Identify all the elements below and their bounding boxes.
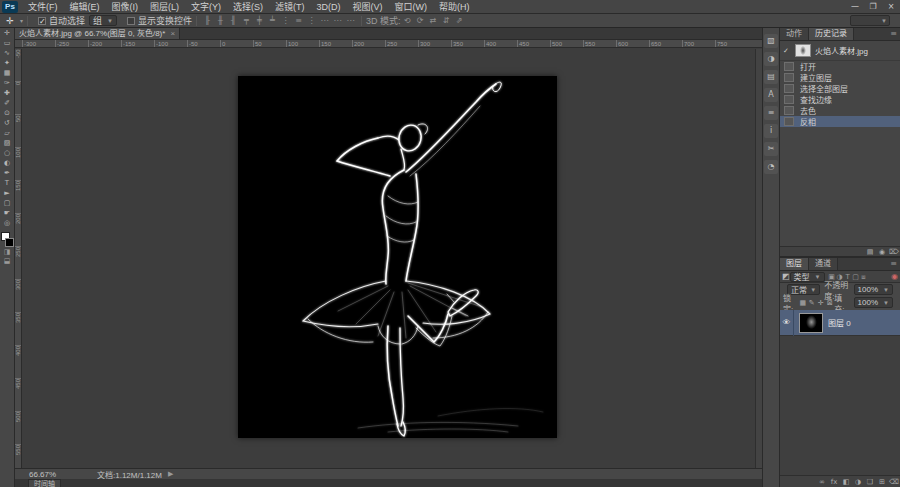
distribute-bottom-icon[interactable]: ⋮: [305, 15, 318, 27]
history-state[interactable]: 查找边缘: [780, 94, 900, 105]
vertical-scrollbar[interactable]: [755, 49, 762, 468]
opacity-field[interactable]: 100% ▼: [854, 284, 893, 295]
lock-all-icon[interactable]: ⊠: [825, 299, 834, 307]
snapshot-thumbnail[interactable]: [795, 44, 811, 57]
quick-mask-button[interactable]: ◨: [1, 248, 14, 257]
menu-item[interactable]: 滤镜(T): [269, 0, 311, 14]
menu-item[interactable]: 编辑(E): [64, 0, 106, 14]
canvas[interactable]: [238, 76, 557, 438]
lock-pixels-icon[interactable]: ✎: [807, 299, 816, 307]
3d-scale-icon[interactable]: ⇗: [453, 15, 466, 27]
gradient-tool[interactable]: ▨: [1, 138, 14, 148]
align-right-edges-icon[interactable]: ╢: [227, 15, 240, 27]
color-panel-icon[interactable]: ▧: [764, 34, 778, 48]
new-snapshot-icon[interactable]: ◉: [876, 247, 888, 256]
history-state[interactable]: 选择全部图层: [780, 83, 900, 94]
healing-brush-tool[interactable]: ✚: [1, 88, 14, 98]
fill-field[interactable]: 100% ▼: [854, 297, 893, 308]
quick-selection-tool[interactable]: ✦: [1, 58, 14, 68]
info-panel-icon[interactable]: i: [764, 124, 778, 138]
lock-transparent-icon[interactable]: ▦: [798, 299, 807, 307]
history-snapshot-row[interactable]: ✓ 火焰人素材.jpg: [780, 41, 900, 61]
history-brush-tool[interactable]: ↺: [1, 118, 14, 128]
distribute-horizontal-icon[interactable]: ⋯: [331, 15, 344, 27]
tab-history[interactable]: 历史记录: [809, 28, 854, 40]
show-transform-checkbox[interactable]: [127, 17, 135, 25]
auto-select-checkbox[interactable]: ✓: [38, 17, 46, 25]
lasso-tool[interactable]: ∿: [1, 48, 14, 58]
zoom-tool[interactable]: ◎: [1, 218, 14, 228]
align-vertical-centers-icon[interactable]: ╪: [253, 15, 266, 27]
new-group-icon[interactable]: ❑: [864, 476, 876, 487]
layer-effects-icon[interactable]: fx: [828, 476, 840, 487]
history-brush-source-icon[interactable]: ✓: [783, 47, 791, 55]
eraser-tool[interactable]: ▱: [1, 128, 14, 138]
visibility-eye-icon[interactable]: 👁: [780, 310, 794, 336]
lock-position-icon[interactable]: ✛: [816, 299, 825, 307]
properties-panel-icon[interactable]: ✂: [764, 142, 778, 156]
history-state[interactable]: 反相: [780, 116, 900, 127]
layer-mask-icon[interactable]: ◧: [840, 476, 852, 487]
menu-item[interactable]: 图层(L): [144, 0, 185, 14]
paragraph-panel-icon[interactable]: ≡: [764, 106, 778, 120]
layer-row[interactable]: 👁 图层 0: [780, 310, 900, 336]
eyedropper-tool[interactable]: ✑: [1, 78, 14, 88]
adjustments-panel-icon[interactable]: ◑: [764, 52, 778, 66]
menu-item[interactable]: 视图(V): [347, 0, 389, 14]
new-layer-icon[interactable]: ⊞: [876, 476, 888, 487]
history-state[interactable]: 打开: [780, 61, 900, 72]
tab-layers[interactable]: 图层: [780, 258, 809, 270]
dodge-tool[interactable]: ◐: [1, 158, 14, 168]
menu-item[interactable]: 帮助(H): [433, 0, 476, 14]
3d-drag-icon[interactable]: ⇄: [427, 15, 440, 27]
type-tool[interactable]: T: [1, 178, 14, 188]
align-left-edges-icon[interactable]: ╟: [201, 15, 214, 27]
align-bottom-edges-icon[interactable]: ╧: [266, 15, 279, 27]
clone-stamp-tool[interactable]: ⊙: [1, 108, 14, 118]
path-selection-tool[interactable]: ►: [1, 188, 14, 198]
history-state[interactable]: 建立图层: [780, 72, 900, 83]
pen-tool[interactable]: ✒: [1, 168, 14, 178]
tool-preset-caret-icon[interactable]: ▾: [20, 17, 23, 24]
filter-toggle-icon[interactable]: ◉: [891, 272, 898, 281]
history-state[interactable]: 去色: [780, 105, 900, 116]
zoom-level-field[interactable]: 66.67%: [29, 470, 69, 479]
distribute-top-icon[interactable]: ⋮: [279, 15, 292, 27]
delete-state-icon[interactable]: ⌦: [888, 247, 900, 256]
3d-slide-icon[interactable]: ⇵: [440, 15, 453, 27]
3d-rotate-icon[interactable]: ⟲: [401, 15, 414, 27]
tab-channels[interactable]: 通道: [809, 258, 838, 270]
distribute-vertical-icon[interactable]: ≡: [292, 15, 305, 27]
menu-item[interactable]: 窗口(W): [389, 0, 434, 14]
auto-select-scope-dropdown[interactable]: 组 ▼: [89, 15, 117, 26]
tab-actions[interactable]: 动作: [780, 28, 809, 40]
brush-tool[interactable]: ✐: [1, 98, 14, 108]
align-top-edges-icon[interactable]: ╤: [240, 15, 253, 27]
screen-mode-button[interactable]: ⬓: [1, 257, 14, 266]
3d-roll-icon[interactable]: ⟳: [414, 15, 427, 27]
crop-tool[interactable]: ▦: [1, 68, 14, 78]
menu-item[interactable]: 图像(I): [106, 0, 145, 14]
layer-thumbnail[interactable]: [799, 313, 823, 333]
character-panel-icon[interactable]: A: [764, 88, 778, 102]
hand-tool[interactable]: ☛: [1, 208, 14, 218]
close-button[interactable]: ×: [882, 0, 900, 13]
clone-source-panel-icon[interactable]: ◔: [764, 160, 778, 174]
filter-smart-objects-icon[interactable]: ⧈: [860, 273, 868, 281]
filter-type-dropdown[interactable]: 类型 ▼: [790, 272, 825, 282]
menu-item[interactable]: 选择(S): [227, 0, 269, 14]
tab-timeline[interactable]: 时间轴: [28, 479, 61, 487]
shape-tool[interactable]: ▢: [1, 198, 14, 208]
restore-button[interactable]: ❐: [864, 0, 882, 13]
distribute-left-icon[interactable]: ⋯: [318, 15, 331, 27]
link-layers-icon[interactable]: ∞: [816, 476, 828, 487]
delete-layer-icon[interactable]: ⌫: [888, 476, 900, 487]
marquee-tool[interactable]: ▭: [1, 38, 14, 48]
panel-menu-icon[interactable]: ≡: [890, 28, 900, 40]
filter-kind-icon[interactable]: ◩: [782, 272, 790, 281]
move-tool[interactable]: ✛: [1, 28, 14, 38]
distribute-right-icon[interactable]: ⋯: [344, 15, 357, 27]
menu-item[interactable]: 文件(F): [22, 0, 64, 14]
align-horizontal-centers-icon[interactable]: ╫: [214, 15, 227, 27]
styles-panel-icon[interactable]: ▤: [764, 70, 778, 84]
